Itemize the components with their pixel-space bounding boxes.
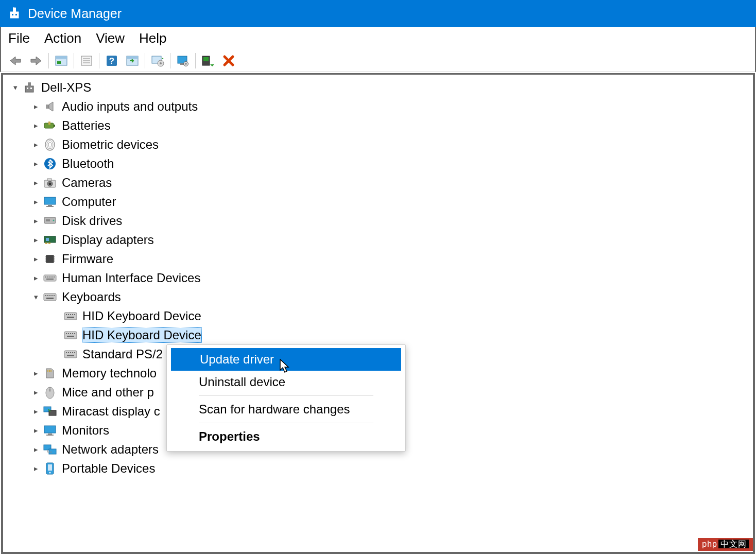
svg-rect-59 (45, 276, 46, 278)
svg-point-35 (48, 142, 51, 147)
help-button[interactable]: ? (101, 51, 122, 70)
ctx-update-driver[interactable]: Update driver (171, 348, 401, 371)
hid-icon (42, 271, 58, 285)
menu-action[interactable]: Action (44, 30, 81, 46)
monitor-icon (42, 195, 58, 209)
svg-rect-89 (70, 352, 71, 353)
chevron-right-icon[interactable]: ▸ (30, 254, 42, 264)
tree-root-label[interactable]: Dell-XPS (41, 80, 91, 95)
svg-rect-8 (57, 61, 61, 64)
svg-text:?: ? (109, 56, 114, 66)
svg-rect-95 (50, 370, 51, 372)
watermark: php中文网 (698, 538, 753, 551)
svg-rect-80 (66, 333, 67, 334)
chevron-right-icon[interactable]: ▸ (30, 388, 42, 397)
portable-icon (42, 462, 58, 475)
svg-rect-49 (45, 243, 47, 244)
svg-rect-101 (44, 426, 56, 433)
svg-rect-74 (68, 314, 69, 315)
tree-item-computer[interactable]: ▸Computer (5, 192, 751, 211)
tree-item-biometric[interactable]: ▸Biometric devices (5, 135, 751, 154)
chevron-right-icon[interactable]: ▸ (30, 102, 42, 111)
scan-hardware-button[interactable] (122, 51, 143, 70)
ctx-properties[interactable]: Properties (170, 425, 402, 448)
svg-rect-69 (51, 295, 53, 296)
back-button[interactable] (5, 51, 26, 70)
forward-button[interactable] (26, 51, 46, 70)
tree-item-audio[interactable]: ▸Audio inputs and outputs (5, 97, 751, 116)
chevron-right-icon[interactable]: ▸ (30, 216, 42, 226)
chevron-down-icon[interactable]: ▾ (30, 292, 42, 302)
menu-view[interactable]: View (96, 30, 125, 46)
svg-rect-73 (66, 314, 67, 315)
svg-rect-84 (74, 333, 75, 334)
svg-rect-93 (47, 370, 48, 372)
chevron-right-icon[interactable]: ▸ (30, 121, 42, 130)
tree-item-disk[interactable]: ▸Disk drives (5, 211, 751, 230)
computer-icon (22, 81, 37, 94)
tree-item-hid-keyboard-2[interactable]: HID Keyboard Device (5, 325, 751, 344)
keyboard-icon (63, 348, 78, 361)
svg-rect-67 (47, 295, 48, 296)
svg-rect-86 (64, 351, 77, 358)
svg-rect-50 (48, 243, 50, 244)
svg-rect-64 (46, 279, 54, 280)
svg-rect-77 (74, 314, 75, 315)
tree-item-portable[interactable]: ▸Portable Devices (5, 459, 751, 478)
chevron-right-icon[interactable]: ▸ (30, 140, 42, 149)
svg-rect-87 (66, 352, 67, 353)
svg-point-110 (49, 472, 51, 473)
svg-rect-3 (15, 7, 16, 9)
disable-device-button[interactable] (218, 51, 239, 70)
ctx-uninstall-device[interactable]: Uninstall device (170, 371, 402, 393)
device-tree[interactable]: ▾ Dell-XPS ▸Audio inputs and outputs ▸Ba… (1, 73, 755, 554)
bluetooth-icon (42, 157, 58, 170)
svg-rect-28 (30, 88, 32, 89)
chevron-right-icon[interactable]: ▸ (30, 426, 42, 435)
svg-point-39 (49, 182, 51, 185)
svg-rect-29 (46, 105, 49, 109)
tree-root[interactable]: ▾ Dell-XPS (5, 78, 751, 97)
chevron-right-icon[interactable]: ▸ (30, 464, 42, 473)
chevron-right-icon[interactable]: ▸ (30, 369, 42, 378)
network-icon (42, 443, 58, 456)
tree-item-display[interactable]: ▸Display adapters (5, 230, 751, 249)
tree-item-keyboards[interactable]: ▾Keyboards (5, 287, 751, 306)
tree-item-batteries[interactable]: ▸Batteries (5, 116, 751, 135)
update-driver-button[interactable] (147, 51, 168, 70)
chevron-right-icon[interactable]: ▸ (30, 407, 42, 416)
ctx-scan-hardware[interactable]: Scan for hardware changes (170, 398, 402, 421)
tree-item-bluetooth[interactable]: ▸Bluetooth (5, 154, 751, 173)
svg-rect-94 (49, 370, 50, 372)
chevron-right-icon[interactable]: ▸ (30, 235, 42, 245)
uninstall-device-button[interactable] (198, 51, 218, 70)
tree-item-firmware[interactable]: ▸Firmware (5, 249, 751, 268)
expand-arrow-icon[interactable]: ▾ (9, 83, 22, 92)
chevron-right-icon[interactable]: ▸ (30, 273, 42, 283)
svg-point-45 (53, 219, 55, 221)
svg-rect-98 (49, 389, 50, 391)
gpu-icon (42, 233, 58, 247)
chevron-right-icon[interactable]: ▸ (30, 178, 42, 187)
enable-device-button[interactable] (173, 51, 193, 70)
tree-item-hid-keyboard-1[interactable]: HID Keyboard Device (5, 306, 751, 325)
chevron-right-icon[interactable]: ▸ (30, 197, 42, 206)
tree-item-hid[interactable]: ▸Human Interface Devices (5, 268, 751, 287)
window-title: Device Manager (28, 6, 122, 21)
svg-rect-71 (46, 298, 54, 299)
svg-rect-91 (74, 352, 75, 353)
chevron-right-icon[interactable]: ▸ (30, 159, 42, 168)
svg-rect-43 (46, 206, 54, 207)
show-hide-console-button[interactable] (51, 51, 72, 70)
menu-help[interactable]: Help (139, 30, 166, 46)
tree-item-cameras[interactable]: ▸Cameras (5, 173, 751, 192)
properties-button[interactable] (76, 51, 97, 70)
svg-rect-7 (56, 56, 67, 59)
svg-rect-76 (72, 314, 73, 315)
chevron-right-icon[interactable]: ▸ (30, 445, 42, 454)
menu-file[interactable]: File (8, 30, 30, 46)
mouse-icon (42, 386, 58, 399)
svg-rect-85 (67, 336, 74, 337)
keyboard-icon (63, 309, 78, 323)
svg-rect-61 (49, 276, 50, 278)
